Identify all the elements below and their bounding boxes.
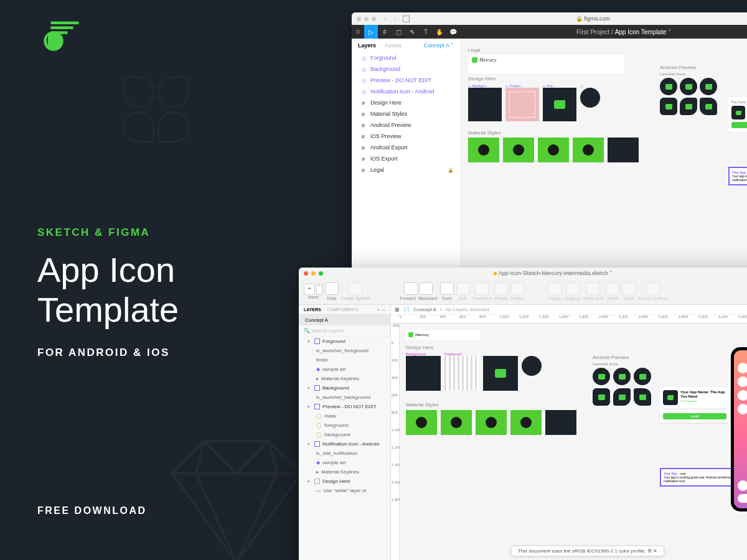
layer-item[interactable]: ic_launcher_foreground	[299, 346, 390, 355]
layer-item[interactable]: #Android Export	[352, 142, 460, 153]
add-page-icon[interactable]: + —	[377, 307, 385, 312]
material-swatch[interactable]	[538, 138, 569, 162]
artboard-background[interactable]: Background	[406, 352, 441, 391]
layer-artboard[interactable]: ▾Preview - DO NOT EDIT	[299, 402, 390, 411]
insert-button[interactable]: +˅Insert	[304, 284, 322, 299]
layer-item[interactable]: ▸ Material Keylines	[299, 374, 390, 383]
artboard-preview[interactable]: ◇ Pre…	[543, 83, 576, 121]
text-tool-icon[interactable]: T	[419, 29, 433, 35]
layer-item[interactable]: ▸ Material Keylines	[299, 467, 390, 477]
traffic-light-close-icon[interactable]	[304, 271, 308, 276]
tab-assets[interactable]: Assets	[385, 42, 402, 49]
tools-button[interactable]	[440, 282, 454, 295]
layer-item[interactable]: ◯ foreground	[299, 421, 390, 430]
nav-back-icon[interactable]: ‹	[384, 16, 386, 22]
artboard-forground[interactable]: Forground	[444, 352, 479, 391]
layer-item[interactable]: ◇Preview - DO NOT EDIT	[352, 75, 460, 86]
sketch-canvas[interactable]: ▦ 📄 Concept A › No Layers Selected 02004…	[391, 305, 747, 560]
figma-canvas[interactable]: Legal Mercury Design Here ◇ Backgro… ◇ F…	[461, 39, 747, 280]
hamburger-icon[interactable]: ≡	[352, 27, 364, 36]
legal-frame[interactable]: Mercury	[468, 55, 624, 73]
nav-forward-icon[interactable]: ›	[394, 16, 396, 22]
layer-artboard[interactable]: ▾Notification Icon - Android	[299, 439, 390, 449]
launcher-icon[interactable]	[660, 78, 677, 95]
install-button[interactable]: Install	[731, 122, 747, 128]
artboard-background[interactable]: ◇ Backgro…	[468, 83, 502, 121]
artboard-notif[interactable]	[522, 352, 557, 391]
tab-layers[interactable]: LAYERS	[304, 307, 321, 312]
layer-item[interactable]: #iOS Preview	[352, 131, 460, 142]
page-item[interactable]: Concept A	[299, 315, 390, 325]
breadcrumb[interactable]: First Project / App Icon Template ˅	[460, 29, 747, 35]
color-profile-toast[interactable]: This document uses the sRGB IEC61966-2.1…	[511, 546, 664, 556]
material-swatch[interactable]	[573, 138, 604, 162]
url-bar[interactable]: 🔒 figma.com	[413, 16, 747, 22]
backward-button[interactable]	[419, 282, 433, 295]
layer-item[interactable]: finish	[299, 355, 390, 365]
material-swatch[interactable]	[441, 410, 472, 435]
layer-item[interactable]: #Design Here	[352, 97, 460, 108]
play-store-card[interactable]: Your App Name: The App You NeedYour Comp…	[660, 387, 730, 422]
launcher-icon[interactable]	[634, 368, 651, 385]
traffic-light-max-icon[interactable]	[372, 17, 376, 21]
layer-item[interactable]: ◆ sample art	[299, 365, 390, 374]
material-swatch[interactable]	[545, 410, 576, 435]
layer-item[interactable]: Aа Use "white" layer st	[299, 486, 390, 495]
move-tool-icon[interactable]: ▷	[364, 25, 378, 39]
material-swatch[interactable]	[503, 138, 534, 162]
notification-preview[interactable]: Your App · now Your app is looking great…	[728, 167, 747, 185]
launcher-icon[interactable]	[680, 98, 697, 115]
launcher-icon[interactable]	[613, 388, 631, 406]
layer-item[interactable]: ic_launcher_background	[299, 393, 390, 402]
shape-tool-icon[interactable]: ▢	[392, 29, 405, 35]
legal-frame[interactable]: Mercury	[406, 330, 481, 340]
tab-components[interactable]: COMPONENTS	[327, 307, 359, 312]
layer-item[interactable]: ◯ background	[299, 430, 390, 439]
play-store-card[interactable]: Play Store Your App Name: The App You Ne…	[728, 97, 747, 131]
layer-item[interactable]: #Material Styles	[352, 108, 460, 119]
material-swatch[interactable]	[476, 410, 507, 435]
layer-item[interactable]: #Legal🔒	[352, 164, 460, 175]
frame-tool-icon[interactable]: #	[378, 29, 392, 35]
traffic-light-max-icon[interactable]	[319, 271, 323, 276]
comment-tool-icon[interactable]: 💬	[446, 29, 460, 35]
layer-item[interactable]: ◆ sample art	[299, 458, 390, 467]
launcher-icon[interactable]	[680, 78, 697, 95]
pen-tool-icon[interactable]: ✎	[405, 29, 419, 35]
grid-icon[interactable]: ▦	[395, 307, 400, 312]
launcher-icon[interactable]	[613, 368, 631, 385]
traffic-light-min-icon[interactable]	[311, 271, 316, 276]
layer-item[interactable]: ic_stat_notification	[299, 449, 390, 458]
traffic-light-min-icon[interactable]	[364, 17, 369, 21]
install-button[interactable]: Install	[663, 413, 726, 419]
launcher-icon[interactable]	[593, 368, 610, 385]
layer-item[interactable]: #iOS Export	[352, 153, 460, 164]
artboard-forground[interactable]: ◇ Forgro…	[505, 83, 539, 121]
forward-button[interactable]	[404, 282, 418, 295]
layer-item[interactable]: ◇Background	[352, 63, 460, 75]
tab-layers[interactable]: Layers	[358, 42, 376, 49]
layer-artboard[interactable]: ▾Background	[299, 383, 390, 393]
material-swatch[interactable]	[510, 410, 542, 435]
data-button[interactable]	[325, 282, 339, 295]
launcher-icon[interactable]	[593, 388, 610, 406]
layer-artboard[interactable]: ▾Forground	[299, 337, 390, 346]
material-swatch[interactable]	[608, 138, 639, 162]
layer-item[interactable]: #Android Preview	[352, 119, 460, 131]
material-swatch[interactable]	[468, 138, 499, 162]
layer-item[interactable]: ◯ mask	[299, 411, 390, 421]
launcher-icon[interactable]	[634, 388, 651, 406]
artboard-preview[interactable]	[483, 352, 518, 391]
layer-search-input[interactable]: 🔍 Search Layers	[299, 325, 390, 337]
layer-item[interactable]: ◇Forground	[352, 52, 460, 63]
launcher-icon[interactable]	[700, 98, 717, 115]
layer-artboard[interactable]: ▾Design Here	[299, 477, 390, 486]
sidebar-toggle-icon[interactable]	[403, 16, 410, 22]
material-swatch[interactable]	[406, 410, 437, 435]
page-dropdown[interactable]: Concept A ˅	[423, 42, 454, 49]
launcher-icon[interactable]	[660, 98, 677, 115]
layer-item[interactable]: ◇Notification Icon - Android	[352, 86, 460, 97]
artboard-notif[interactable]: ◇	[580, 83, 614, 121]
hand-tool-icon[interactable]: ✋	[433, 29, 446, 35]
launcher-icon[interactable]	[700, 78, 717, 95]
